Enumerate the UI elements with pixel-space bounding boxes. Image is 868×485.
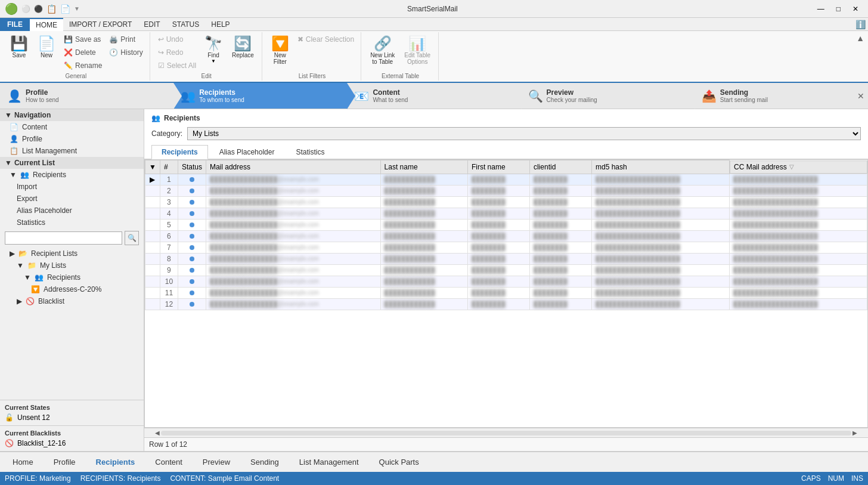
tab-recipients[interactable]: Recipients [151, 145, 208, 159]
table-footer: Row 1 of 12 [144, 437, 868, 451]
bottom-tab-sending[interactable]: Sending [243, 455, 287, 469]
wizard-step-preview[interactable]: 🔍 Preview Check your mailing [521, 83, 695, 109]
table-row[interactable]: 7 ████████████████@example.com █████████… [145, 242, 867, 253]
clear-selection-button[interactable]: ✖ Clear Selection [294, 33, 357, 45]
save-as-button[interactable]: 💾 Save as [61, 33, 105, 45]
sidebar-item-blacklist[interactable]: ▶ 🚫 Blacklist [0, 295, 144, 307]
home-menu[interactable]: HOME [30, 18, 63, 31]
sidebar-item-content[interactable]: 📄 Content [0, 121, 144, 133]
find-chevron: ▼ [211, 58, 216, 64]
horizontal-scrollbar[interactable]: ◀ ▶ [144, 428, 868, 437]
bottom-tab-quick-parts[interactable]: Quick Parts [371, 455, 427, 469]
sidebar-item-profile[interactable]: 👤 Profile [0, 133, 144, 145]
col-status[interactable]: Status [178, 160, 206, 174]
wizard-close-button[interactable]: ✕ [854, 83, 868, 109]
row-cc: ████████████████████ [729, 196, 867, 208]
tab-statistics[interactable]: Statistics [286, 145, 334, 159]
sidebar-item-alias-placeholder[interactable]: Alias Placeholder [0, 205, 144, 217]
undo-button[interactable]: ↩ Undo [155, 33, 199, 45]
row-last: ████████████ [380, 276, 467, 287]
row-cc: ████████████████████ [729, 219, 867, 230]
recipients-title-icon: 👥 [151, 114, 160, 122]
bottom-tab-home[interactable]: Home [5, 455, 41, 469]
redo-button[interactable]: ↪ Redo [155, 47, 199, 58]
maximize-button[interactable]: □ [832, 4, 845, 14]
tab-bar: Recipients Alias Placeholder Statistics [144, 145, 868, 159]
edit-table-options-button[interactable]: 📊 Edit TableOptions [400, 33, 435, 68]
new-button[interactable]: 📄 New [33, 33, 60, 61]
import-export-menu[interactable]: IMPORT / EXPORT [63, 18, 138, 31]
bottom-tab-preview[interactable]: Preview [195, 455, 238, 469]
bottom-tab-recipients[interactable]: Recipients [88, 455, 143, 469]
sidebar-item-recipients[interactable]: ▼ 👥 Recipients [0, 169, 144, 181]
close-button[interactable]: ✕ [848, 4, 863, 14]
status-menu[interactable]: STATUS [166, 18, 206, 31]
bottom-tab-content[interactable]: Content [147, 455, 190, 469]
table-row[interactable]: 4 ████████████████@example.com █████████… [145, 208, 867, 219]
scroll-right-arrow[interactable]: ▶ [851, 430, 858, 436]
col-num[interactable]: # [160, 160, 178, 174]
col-arrow[interactable]: ▼ [145, 160, 160, 174]
table-row[interactable]: 8 ████████████████@example.com █████████… [145, 253, 867, 264]
save-button[interactable]: 💾 Save [6, 33, 32, 61]
table-row[interactable]: 3 ████████████████@example.com █████████… [145, 196, 867, 208]
help-menu[interactable]: HELP [205, 18, 235, 31]
tab-alias-placeholder[interactable]: Alias Placeholder [209, 145, 285, 159]
table-row[interactable]: 10 ████████████████@example.com ████████… [145, 276, 867, 287]
replace-button[interactable]: 🔄 Replace [228, 33, 258, 61]
search-input[interactable] [5, 231, 122, 245]
rename-button[interactable]: ✏️ Rename [61, 60, 105, 72]
sidebar-item-export[interactable]: Export [0, 193, 144, 205]
find-label: Find [207, 52, 219, 58]
window-controls[interactable]: — □ ✕ [813, 4, 863, 14]
table-row[interactable]: 9 ████████████████@example.com █████████… [145, 264, 867, 276]
sidebar-item-recipients-node[interactable]: ▼ 👥 Recipients [0, 271, 144, 283]
table-row[interactable]: 6 ████████████████@example.com █████████… [145, 230, 867, 242]
bottom-tab-list-management[interactable]: List Management [292, 455, 367, 469]
scroll-left-arrow[interactable]: ◀ [154, 430, 161, 436]
sidebar-item-list-management[interactable]: 📋 List Management [0, 145, 144, 157]
wizard-step-content[interactable]: 📧 Content What to send [347, 83, 520, 109]
print-button[interactable]: 🖨️ Print [106, 33, 145, 45]
search-button[interactable]: 🔍 [125, 231, 139, 245]
col-client[interactable]: clientid [529, 160, 591, 174]
col-last[interactable]: Last name [380, 160, 467, 174]
help-icon[interactable]: ℹ️ [855, 20, 866, 29]
select-all-button[interactable]: ☑ Select All [155, 60, 199, 72]
find-button[interactable]: 🔭 Find ▼ [200, 33, 227, 67]
delete-button[interactable]: ❌ Delete [61, 47, 105, 58]
file-menu[interactable]: FILE [0, 18, 30, 31]
row-md5: ████████████████████ [592, 264, 730, 276]
external-table-label: External Table [382, 72, 419, 79]
history-button[interactable]: 🕐 History [106, 47, 145, 58]
table-row[interactable]: 2 ████████████████@example.com █████████… [145, 185, 867, 196]
wizard-step-profile[interactable]: 👤 Profile How to send [0, 83, 173, 109]
sidebar-item-my-lists[interactable]: ▼ 📁 My Lists [0, 260, 144, 271]
sidebar-item-recipient-lists[interactable]: ▶ 📂 Recipient Lists [0, 248, 144, 260]
sidebar-item-statistics[interactable]: Statistics [0, 217, 144, 228]
bottom-tab-profile[interactable]: Profile [46, 455, 83, 469]
col-md5[interactable]: md5 hash [592, 160, 730, 174]
scrollbar-track[interactable] [161, 431, 851, 435]
row-num: 2 [160, 185, 178, 196]
sidebar-item-import[interactable]: Import [0, 181, 144, 193]
table-row[interactable]: 12 ████████████████@example.com ████████… [145, 298, 867, 310]
table-area[interactable]: ▼ # Status Mail address Last name First … [144, 159, 868, 428]
col-cc[interactable]: CC Mail address ▽ [730, 160, 867, 174]
new-filter-button[interactable]: 🔽 NewFilter [267, 33, 293, 68]
ribbon-collapse-button[interactable]: ▲ [856, 33, 864, 43]
wizard-step-sending[interactable]: 📤 Sending Start sending mail [695, 83, 868, 109]
table-row[interactable]: 11 ████████████████@example.com ████████… [145, 287, 867, 298]
new-link-button[interactable]: 🔗 New Linkto Table [366, 33, 399, 68]
sidebar-item-addresses[interactable]: 🔽 Addresses-C-20% [0, 283, 144, 295]
minimize-button[interactable]: — [813, 4, 829, 14]
category-select[interactable]: My Lists [187, 127, 861, 140]
wizard-step-recipients[interactable]: 👥 Recipients To whom to send [173, 83, 347, 109]
edit-menu[interactable]: EDIT [138, 18, 166, 31]
table-row[interactable]: 5 ████████████████@example.com █████████… [145, 219, 867, 230]
ribbon-group-list-filters: 🔽 NewFilter ✖ Clear Selection List Filte… [264, 32, 361, 81]
col-mail[interactable]: Mail address [206, 160, 380, 174]
statistics-label: Statistics [17, 218, 45, 227]
col-first[interactable]: First name [467, 160, 529, 174]
table-row[interactable]: ▶ 1 ████████████████@example.com ███████… [145, 174, 867, 185]
